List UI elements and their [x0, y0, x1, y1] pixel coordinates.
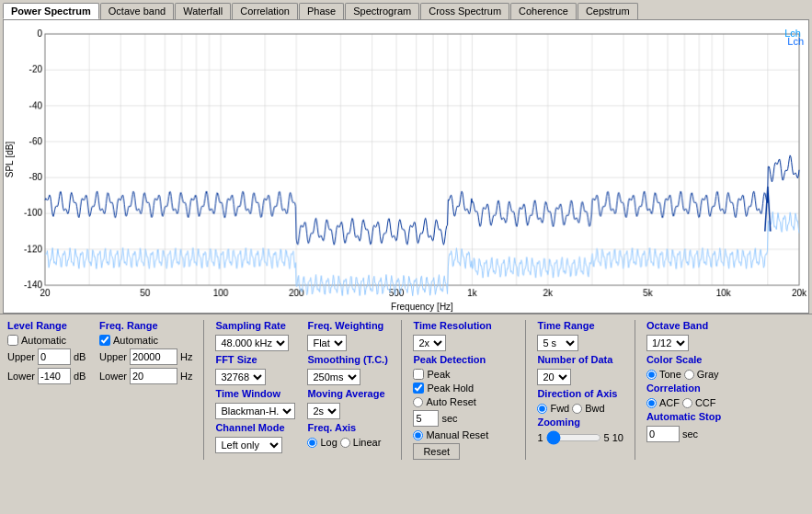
octave-band-select[interactable]: 1/12 1/6 1/3: [646, 335, 689, 351]
auto-reset-sec-input[interactable]: [413, 410, 439, 427]
time-window-label: Time Window: [215, 388, 298, 399]
tab-phase[interactable]: Phase: [299, 3, 344, 19]
automatic-stop-unit: sec: [682, 428, 698, 440]
level-range-upper-input[interactable]: [38, 348, 71, 365]
bwd-label: Bwd: [585, 403, 604, 414]
smoothing-select[interactable]: 250ms 500ms: [307, 369, 360, 385]
zooming-min: 1: [537, 432, 543, 443]
peak-label: Peak: [427, 369, 450, 380]
zooming-mid: 5: [604, 432, 610, 443]
freq-weighting-row: Flat A: [307, 335, 390, 351]
separator-3: [525, 320, 526, 460]
freq-axis-linear-label: Linear: [353, 437, 382, 448]
time-resolution-select[interactable]: 2x 4x: [413, 335, 446, 351]
tab-spectrogram[interactable]: Spectrogram: [345, 3, 419, 19]
channel-label: Lch: [784, 28, 801, 39]
channel-mode-select[interactable]: Left only Right only Both: [215, 437, 282, 453]
freq-range-auto-checkbox[interactable]: [99, 335, 110, 346]
level-range-auto-row: Automatic: [7, 335, 90, 346]
spectrum-canvas: [4, 20, 808, 313]
number-of-data-select[interactable]: 20 10: [537, 369, 571, 385]
zooming-slider[interactable]: [546, 431, 601, 444]
fwd-label: Fwd: [550, 403, 569, 414]
smoothing-row: 250ms 500ms: [307, 369, 390, 385]
level-range-lower-label: Lower: [7, 371, 35, 382]
auto-reset-row: Auto Reset: [413, 396, 514, 407]
reset-button[interactable]: Reset: [413, 443, 460, 460]
freq-range-lower-input[interactable]: [130, 368, 177, 384]
zooming-row: 1 5 10: [537, 431, 623, 444]
automatic-stop-row: sec: [646, 426, 729, 442]
auto-reset-radio[interactable]: [413, 397, 423, 407]
peak-hold-label: Peak Hold: [427, 383, 474, 394]
freq-range-auto-row: Automatic: [99, 335, 192, 346]
octave-band-row: 1/12 1/6 1/3: [646, 335, 729, 351]
peak-hold-checkbox[interactable]: [413, 383, 424, 394]
tab-power-spectrum[interactable]: Power Spectrum: [3, 3, 99, 19]
tab-cross-spectrum[interactable]: Cross Spectrum: [420, 3, 509, 19]
time-range-label: Time Range: [537, 320, 623, 331]
freq-axis-label: Freq. Axis: [307, 422, 390, 433]
manual-reset-row: Manual Reset: [413, 429, 514, 440]
smoothing-label: Smoothing (T.C.): [307, 354, 390, 365]
freq-range-upper-row: Upper Hz: [99, 348, 192, 365]
tab-coherence[interactable]: Coherence: [510, 3, 577, 19]
color-gray-radio[interactable]: [684, 370, 694, 380]
level-range-auto-label: Automatic: [21, 335, 66, 346]
freq-range-upper-unit: Hz: [180, 351, 192, 362]
time-window-select[interactable]: Blackman-H. Hanning: [215, 403, 295, 419]
fft-size-row: 32768 16384: [215, 369, 298, 385]
zooming-label: Zooming: [537, 417, 623, 428]
tab-cepstrum[interactable]: Cepstrum: [578, 3, 638, 19]
acf-radio[interactable]: [646, 398, 657, 408]
level-range-auto-checkbox[interactable]: [7, 335, 18, 346]
level-range-lower-input[interactable]: [38, 368, 71, 384]
ccf-radio[interactable]: [682, 398, 692, 408]
level-range-lower-row: Lower dB: [7, 368, 90, 384]
freq-range-lower-label: Lower: [99, 371, 127, 382]
peak-detection-label: Peak Detection: [413, 354, 514, 365]
auto-reset-sec-label: sec: [441, 413, 457, 424]
tab-waterfall[interactable]: Waterfall: [175, 3, 231, 19]
freq-range-lower-unit: Hz: [180, 371, 192, 382]
moving-average-select[interactable]: 2s 1s: [307, 403, 340, 419]
moving-average-label: Moving Average: [307, 388, 390, 399]
fft-size-select[interactable]: 32768 16384: [215, 369, 266, 385]
freq-axis-log-label: Log: [320, 437, 337, 448]
tab-bar: Power Spectrum Octave band Waterfall Cor…: [0, 0, 812, 19]
freq-axis-log-radio[interactable]: [307, 438, 317, 448]
freq-weighting-select[interactable]: Flat A: [307, 335, 347, 351]
time-range-row: 5 s 10 s: [537, 335, 623, 351]
color-tone-radio[interactable]: [646, 370, 657, 380]
bwd-radio[interactable]: [572, 404, 582, 414]
weighting-group: Freq. Weighting Flat A Smoothing (T.C.) …: [307, 320, 390, 460]
auto-reset-label: Auto Reset: [426, 396, 475, 407]
sampling-rate-label: Sampling Rate: [215, 320, 298, 331]
level-range-upper-label: Upper: [7, 351, 35, 362]
tab-correlation[interactable]: Correlation: [232, 3, 298, 19]
time-range-select[interactable]: 5 s 10 s: [537, 335, 578, 351]
color-scale-row: Tone Gray: [646, 369, 729, 380]
color-gray-label: Gray: [697, 369, 719, 380]
freq-range-upper-input[interactable]: [130, 348, 177, 365]
auto-reset-sec-row: sec: [413, 410, 514, 427]
sampling-rate-select[interactable]: 48.000 kHz 44.100 kHz: [215, 335, 289, 351]
freq-range-upper-label: Upper: [99, 351, 127, 362]
freq-range-label: Freq. Range: [99, 320, 192, 331]
fft-size-label: FFT Size: [215, 354, 298, 365]
fwd-radio[interactable]: [537, 404, 547, 414]
moving-average-row: 2s 1s: [307, 403, 390, 419]
time-window-row: Blackman-H. Hanning: [215, 403, 298, 419]
manual-reset-radio[interactable]: [413, 430, 423, 440]
automatic-stop-input[interactable]: [646, 426, 680, 442]
freq-axis-linear-radio[interactable]: [340, 438, 350, 448]
automatic-stop-label: Automatic Stop: [646, 411, 729, 422]
peak-checkbox[interactable]: [413, 369, 424, 380]
correlation-label: Correlation: [646, 383, 729, 394]
time-resolution-group: Time Resolution 2x 4x Peak Detection Pea…: [413, 320, 514, 460]
time-resolution-row: 2x 4x: [413, 335, 514, 351]
correlation-row: ACF CCF: [646, 397, 729, 408]
level-range-group: Level Range Automatic Upper dB Lower dB: [7, 320, 90, 460]
channel-mode-label: Channel Mode: [215, 422, 298, 433]
tab-octave-band[interactable]: Octave band: [100, 3, 174, 19]
